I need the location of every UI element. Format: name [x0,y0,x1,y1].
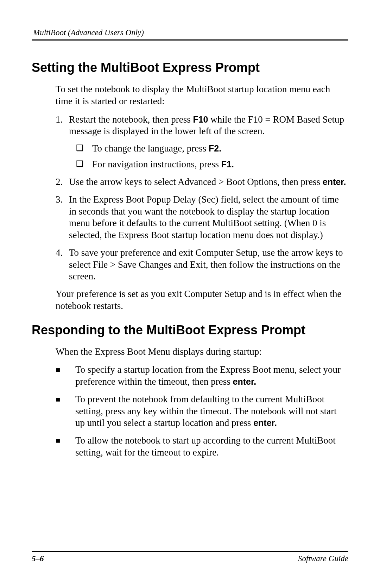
key-enter: enter. [253,418,277,428]
step-text: In the Express Boot Popup Delay (Sec) fi… [69,194,339,240]
section2-intro: When the Express Boot Menu displays duri… [56,346,348,358]
step-4: 4. To save your preference and exit Comp… [56,247,348,283]
sub-item: To change the language, press F2. [76,142,348,155]
section1-closing: Your preference is set as you exit Compu… [56,288,348,312]
step-number: 2. [56,176,63,188]
page-footer: 5–6 Software Guide [32,551,348,563]
bullet-text: To allow the notebook to start up accord… [75,435,336,458]
section1-steps: 1. Restart the notebook, then press F10 … [56,114,348,283]
step-text: Restart the notebook, then press [69,114,193,125]
section-heading-1: Setting the MultiBoot Express Prompt [32,60,348,75]
bullet-item: To specify a startup location from the E… [56,364,348,388]
key-enter: enter. [323,177,346,187]
key-f2: F2. [209,143,221,153]
step-3: 3. In the Express Boot Popup Delay (Sec)… [56,194,348,241]
step-number: 1. [56,114,63,126]
sub-item: For navigation instructions, press F1. [76,158,348,171]
sub-text: For navigation instructions, press [92,159,221,169]
step-number: 4. [56,247,63,259]
key-enter: enter. [233,377,256,386]
step-1: 1. Restart the notebook, then press F10 … [56,114,348,171]
footer-rule [32,551,348,552]
bullet-item: To allow the notebook to start up accord… [56,435,348,459]
guide-label: Software Guide [298,554,348,563]
bullet-text: To prevent the notebook from defaulting … [75,394,337,428]
step-text: Use the arrow keys to select Advanced > … [69,177,323,187]
key-f1: F1. [221,159,234,169]
step-text: To save your preference and exit Compute… [69,247,343,282]
page-number: 5–6 [32,554,44,563]
running-header: MultiBoot (Advanced Users Only) [32,28,348,37]
bullet-item: To prevent the notebook from defaulting … [56,394,348,429]
section1-intro: To set the notebook to display the Multi… [56,83,348,107]
step-number: 3. [56,194,63,206]
section2-bullets: To specify a startup location from the E… [56,364,348,458]
key-f10: F10 [193,114,208,124]
step-2: 2. Use the arrow keys to select Advanced… [56,176,348,188]
step1-sublist: To change the language, press F2. For na… [76,142,348,171]
sub-text: To change the language, press [92,143,209,154]
section-heading-2: Responding to the MultiBoot Express Prom… [32,323,348,338]
header-rule [32,39,348,41]
bullet-text: To specify a startup location from the E… [75,364,341,387]
